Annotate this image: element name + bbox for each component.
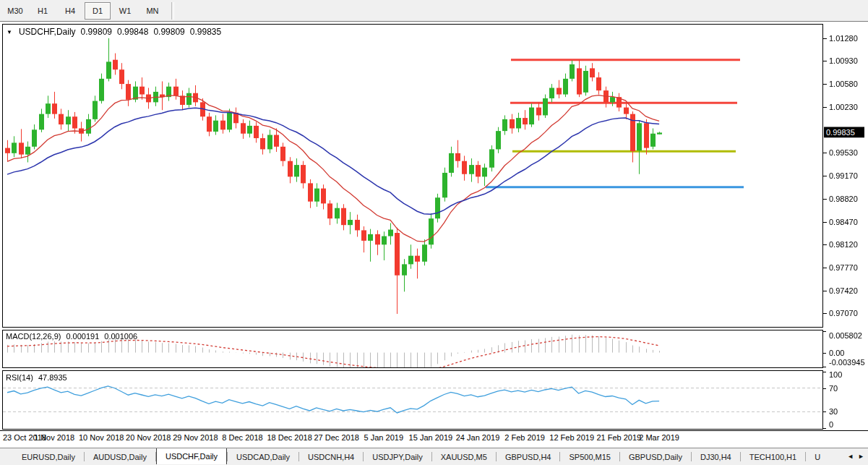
tab-u[interactable]: U — [806, 448, 829, 465]
macd-value-signal: 0.001006 — [104, 332, 137, 341]
tab-usdjpy-daily[interactable]: USDJPY,Daily — [364, 448, 431, 465]
toolbar-separator — [171, 2, 174, 20]
price-axis-label: 1.00230 — [829, 103, 858, 111]
price-axis-label: 1.01280 — [829, 34, 858, 42]
date-axis-label: 21 Feb 2019 — [596, 434, 641, 442]
rsi-axis-label: 70 — [829, 384, 838, 392]
tab-eurusd-daily[interactable]: EURUSD,Daily — [13, 448, 84, 465]
rsi-value: 47.8935 — [38, 373, 67, 382]
tab-sp500-m15[interactable]: SP500,M15 — [560, 448, 619, 465]
macd-name: MACD(12,26,9) — [6, 332, 61, 341]
tab-usdcnh-h4[interactable]: USDCNH,H4 — [299, 448, 363, 465]
price-axis-label: 0.98120 — [829, 241, 858, 249]
ohlc-low: 0.99809 — [153, 27, 184, 37]
date-axis-label: 10 Nov 2018 — [79, 434, 124, 442]
price-axis-label: 1.00580 — [829, 80, 858, 88]
macd-axis-label: 0.00 — [829, 349, 844, 357]
rsi-indicator-label: RSI(14) 47.8935 — [6, 373, 67, 382]
tab-usdchf-daily[interactable]: USDCHF,Daily — [156, 448, 227, 464]
date-axis-label: 1 Nov 2018 — [34, 434, 74, 442]
tab-audusd-daily[interactable]: AUDUSD,Daily — [85, 448, 155, 465]
timeframe-button-w1[interactable]: W1 — [112, 2, 138, 20]
date-axis-label: 20 Nov 2018 — [126, 434, 171, 442]
price-axis-label: 0.97420 — [829, 286, 858, 294]
tab-tech100-h1[interactable]: TECH100,H1 — [741, 448, 805, 465]
date-axis-label: 15 Jan 2019 — [409, 434, 453, 442]
rsi-axis-label: 0 — [829, 421, 833, 429]
price-axis-label: 0.97770 — [829, 263, 858, 271]
tab-scroll-right-icon[interactable]: ► — [858, 453, 864, 460]
price-chart-canvas[interactable] — [0, 22, 868, 430]
current-price-badge: 0.99835 — [824, 127, 864, 138]
rsi-name: RSI(14) — [6, 373, 33, 382]
date-axis-label: 24 Jan 2019 — [456, 434, 500, 442]
date-axis-label: 12 Feb 2019 — [549, 434, 594, 442]
ohlc-high: 0.99848 — [117, 27, 148, 37]
macd-value-main: 0.000191 — [66, 332, 99, 341]
tab-dj30-h4[interactable]: DJ30,H4 — [692, 448, 740, 465]
tab-gbpusd-h4[interactable]: GBPUSD,H4 — [497, 448, 560, 465]
price-axis-label: 1.00930 — [829, 57, 858, 65]
date-axis-label: 8 Dec 2018 — [222, 434, 262, 442]
rsi-axis-label: 30 — [829, 408, 838, 416]
timeframe-button-mn[interactable]: MN — [139, 2, 166, 20]
symbol-dropdown-icon[interactable]: ▼ — [7, 29, 12, 35]
macd-axis-label: -0.003945 — [829, 359, 865, 367]
date-axis-label: 29 Nov 2018 — [173, 434, 218, 442]
timeframe-button-h1[interactable]: H1 — [30, 2, 56, 20]
tab-gbpusd-daily[interactable]: GBPUSD,Daily — [620, 448, 691, 465]
macd-indicator-label: MACD(12,26,9) 0.000191 0.001006 — [6, 332, 137, 341]
date-axis-label: 18 Dec 2018 — [267, 434, 311, 442]
trading-platform-window: { "toolbar": { "buttons": [ {"label": "M… — [0, 0, 868, 465]
ohlc-open: 0.99809 — [81, 27, 112, 37]
macd-axis-label: 0.005802 — [829, 332, 862, 340]
price-axis-label: 0.97070 — [829, 310, 858, 317]
price-axis-label: 0.99170 — [829, 172, 858, 180]
rsi-axis-label: 100 — [829, 371, 842, 379]
tab-xauusd-m5[interactable]: XAUUSD,M5 — [432, 448, 496, 465]
price-axis-label: 0.99530 — [829, 148, 858, 156]
price-axis-label: 0.98470 — [829, 218, 858, 226]
timeframe-button-m30[interactable]: M30 — [2, 2, 28, 20]
timeframe-toolbar: M30H1H4D1W1MN — [0, 0, 868, 22]
date-axis-label: 2 Feb 2019 — [504, 434, 545, 442]
date-axis-label: 27 Dec 2018 — [314, 434, 358, 442]
ohlc-close: 0.99835 — [190, 27, 221, 37]
chart-title: ▼ USDCHF,Daily 0.99809 0.99848 0.99809 0… — [7, 27, 221, 37]
date-axis-label: 2 Mar 2019 — [639, 434, 679, 442]
tab-scroll-arrows: ◄ ► — [845, 451, 867, 461]
chart-symbol-label: USDCHF,Daily — [19, 27, 76, 37]
tab-usdcad-daily[interactable]: USDCAD,Daily — [228, 448, 298, 465]
timeframe-button-d1[interactable]: D1 — [85, 2, 111, 20]
timeframe-button-h4[interactable]: H4 — [57, 2, 83, 20]
symbol-tab-bar: EURUSD,DailyAUDUSD,DailyUSDCHF,DailyUSDC… — [0, 448, 868, 465]
price-axis-label: 0.98820 — [829, 195, 858, 203]
tab-scroll-left-icon[interactable]: ◄ — [847, 453, 854, 460]
date-axis-label: 5 Jan 2019 — [364, 434, 403, 442]
